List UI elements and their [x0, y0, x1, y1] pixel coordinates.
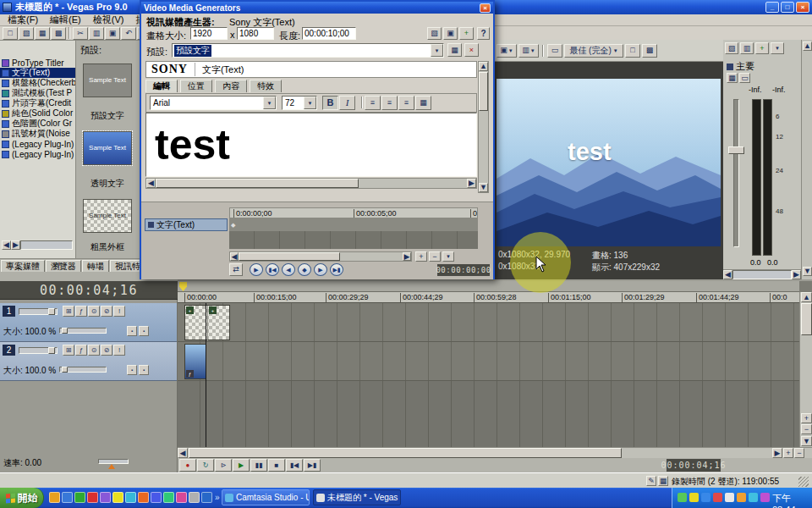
scroll-right-icon[interactable]: ▶: [11, 240, 20, 250]
slider-handle[interactable]: [48, 308, 55, 315]
loop-playback-button[interactable]: ↻: [197, 459, 214, 472]
quicklaunch-icon[interactable]: [151, 492, 162, 503]
scroll-left-icon[interactable]: ◀: [723, 270, 732, 279]
keyframe-row[interactable]: ◆: [229, 218, 478, 231]
scroll-up-icon[interactable]: ▲: [801, 292, 812, 302]
add-bus-button[interactable]: +: [755, 42, 769, 54]
preview-settings-button[interactable]: ▩: [642, 44, 657, 58]
generator-item[interactable]: (Legacy Plug-In): [0, 139, 75, 149]
preset-thumbnail-outline[interactable]: Sample Text: [83, 199, 132, 233]
scroll-down-icon[interactable]: ▼: [803, 267, 812, 276]
save-preset-button[interactable]: ▦: [447, 43, 462, 57]
split-screen-view-button[interactable]: ▥▼: [518, 44, 539, 58]
kf-sync-cursor-button[interactable]: ⇄: [229, 263, 243, 276]
scroll-left-icon[interactable]: ◀: [146, 179, 156, 188]
preset-thumbnail-transparent[interactable]: Sample Text: [83, 131, 132, 165]
tray-icon[interactable]: [749, 493, 758, 502]
length-input[interactable]: 00:00:10;00: [302, 27, 356, 40]
generator-list-hscrollbar[interactable]: ◀ ▶: [2, 240, 73, 250]
snapshot-button[interactable]: ▭: [547, 44, 562, 58]
generator-item[interactable]: 純色(Solid Color: [0, 108, 75, 119]
minimize-button[interactable]: _: [765, 2, 779, 13]
automation-settings-button[interactable]: ⊙: [88, 345, 100, 356]
kf-prev-button[interactable]: ◀: [282, 263, 295, 276]
record-button[interactable]: ●: [179, 459, 196, 472]
cursor-timecode-display[interactable]: 00:00:04;16: [0, 281, 178, 300]
kf-next-button[interactable]: ▶: [314, 263, 327, 276]
scroll-up-icon[interactable]: ▲: [479, 62, 488, 71]
tray-icon[interactable]: [760, 493, 770, 502]
kf-insert-button[interactable]: ◆: [298, 263, 311, 276]
quicklaunch-icon[interactable]: [176, 492, 187, 503]
tray-icon[interactable]: [689, 493, 699, 502]
generator-item[interactable]: ProType Titler: [0, 58, 75, 68]
keyframe-hscrollbar[interactable]: ◀ ▶: [229, 251, 412, 262]
solo-button[interactable]: !: [113, 345, 125, 356]
pause-button[interactable]: ▮▮: [250, 459, 267, 472]
generator-item[interactable]: 棋盤格(Checkerb: [0, 78, 75, 88]
time-ruler[interactable]: 00:00:00 00:00:15;00 00:00:29;29 00:00:4…: [178, 292, 799, 303]
solo-button[interactable]: !: [113, 306, 125, 317]
tray-icon[interactable]: [713, 493, 722, 502]
rate-marker-icon[interactable]: [108, 464, 115, 469]
bold-button[interactable]: B: [322, 96, 338, 110]
quicklaunch-icon[interactable]: [112, 492, 123, 503]
more-button[interactable]: ▪: [139, 326, 149, 336]
kf-zoom-in-icon[interactable]: +: [415, 251, 427, 262]
master-fader-track[interactable]: [733, 99, 739, 247]
menu-view[interactable]: 檢視(V): [87, 14, 130, 25]
track-fx-button[interactable]: ƒ: [75, 306, 87, 317]
save-button[interactable]: ▦: [35, 27, 50, 40]
insert-fx-button[interactable]: ▥: [740, 42, 754, 54]
track-size-slider[interactable]: [59, 367, 107, 373]
end-timecode-display[interactable]: 00:00:04;16: [667, 459, 721, 472]
scroll-left-icon[interactable]: ◀: [230, 252, 239, 261]
menu-file[interactable]: 檔案(F): [2, 14, 44, 25]
scroll-thumb[interactable]: [239, 252, 340, 261]
timeline-marker-icon[interactable]: [179, 282, 187, 291]
project-video-properties-button[interactable]: ▣▼: [497, 44, 517, 58]
track-level-slider[interactable]: [19, 308, 58, 315]
scroll-track[interactable]: [732, 270, 792, 279]
plugin-chain-button[interactable]: ▣: [443, 27, 458, 40]
font-family-combobox[interactable]: Arial ▼: [150, 96, 277, 110]
align-left-button[interactable]: ≡: [365, 96, 381, 110]
properties-button[interactable]: ▩: [51, 27, 66, 40]
tab-placement[interactable]: 位置: [180, 80, 212, 92]
quicklaunch-icon[interactable]: [87, 492, 98, 503]
scroll-thumb[interactable]: [479, 72, 488, 111]
resize-grip[interactable]: [798, 477, 809, 487]
bypass-fx-button[interactable]: ▪: [127, 326, 137, 336]
fader-mode-button[interactable]: ▦: [727, 73, 738, 83]
start-button[interactable]: 開始: [0, 488, 44, 508]
keyframe-ruler[interactable]: 0:00:00;00 00:00:05;00 00: [229, 207, 478, 218]
tab-project-media[interactable]: 專案媒體: [1, 260, 45, 272]
scroll-down-icon[interactable]: ▼: [801, 436, 812, 446]
go-to-start-button[interactable]: ▮◀: [286, 459, 303, 472]
maximize-button[interactable]: □: [781, 2, 794, 13]
play-from-start-button[interactable]: ⊳: [215, 459, 232, 472]
zoom-in-time-icon[interactable]: +: [783, 448, 793, 458]
tab-effects[interactable]: 特效: [250, 80, 282, 92]
tab-properties[interactable]: 內容: [215, 80, 247, 92]
scroll-left-icon[interactable]: ◀: [178, 448, 188, 458]
edit-details-icon[interactable]: ✎: [646, 476, 656, 486]
scroll-left-icon[interactable]: ◀: [2, 240, 11, 250]
scroll-thumb[interactable]: [156, 179, 359, 188]
insert-bus-button[interactable]: ▧: [725, 42, 738, 54]
generator-item[interactable]: 片頭字幕(Credit: [0, 98, 75, 108]
mixer-options-dropdown[interactable]: ▼: [771, 42, 784, 54]
meter-options-button[interactable]: ▭: [739, 73, 750, 83]
frame-width-input[interactable]: 1920: [190, 27, 228, 40]
tray-icon[interactable]: [701, 493, 710, 502]
quicklaunch-icon[interactable]: [74, 492, 85, 503]
dropdown-icon[interactable]: ▼: [304, 97, 316, 109]
scroll-thumb[interactable]: [189, 448, 622, 458]
copy-button[interactable]: ▥: [89, 27, 104, 40]
track-size-slider[interactable]: [59, 328, 107, 334]
event-fx-icon[interactable]: ƒ: [186, 370, 194, 378]
play-button[interactable]: ▶: [233, 459, 250, 472]
kf-first-button[interactable]: ▮◀: [266, 263, 279, 276]
quicklaunch-icon[interactable]: [201, 492, 212, 503]
zoom-out-time-icon[interactable]: −: [794, 448, 804, 458]
